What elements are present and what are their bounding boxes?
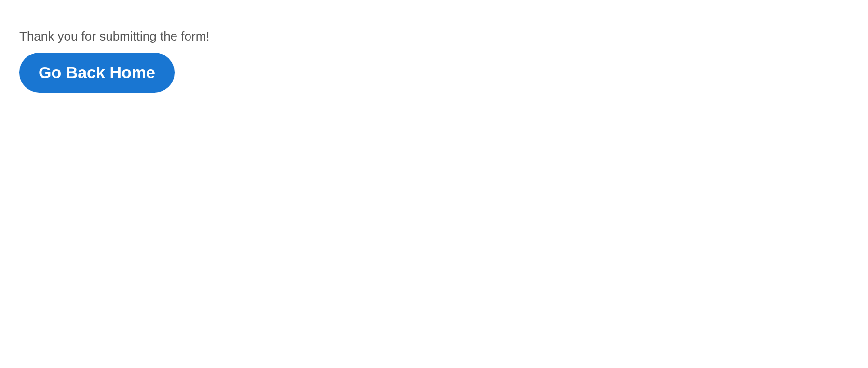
thank-you-message: Thank you for submitting the form!	[19, 29, 849, 44]
go-back-home-button[interactable]: Go Back Home	[19, 53, 175, 93]
